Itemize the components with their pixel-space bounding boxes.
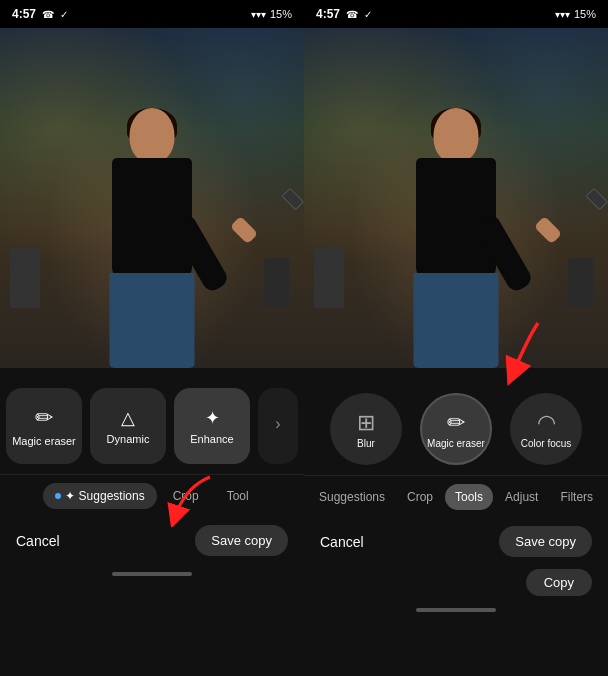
person-head-right xyxy=(434,108,479,163)
left-tab-suggestions[interactable]: ✦ Suggestions xyxy=(43,483,156,509)
enhance-icon-left: ✦ xyxy=(205,407,220,429)
right-home-bar xyxy=(416,608,496,612)
left-tool-magic-eraser[interactable]: ✏ Magic eraser xyxy=(6,388,82,464)
right-save-button[interactable]: Save copy xyxy=(499,526,592,557)
right-tool-blur[interactable]: ⊞ Blur xyxy=(330,393,402,465)
right-tab-suggestions-label: Suggestions xyxy=(319,490,385,504)
right-tab-adjust[interactable]: Adjust xyxy=(495,484,548,510)
left-tab-bar: ✦ Suggestions Crop Tool xyxy=(0,474,304,517)
right-bottom-panel: ⊞ Blur ✏ Magic eraser ◠ Color focus Sugg… xyxy=(304,368,608,676)
left-tools-row: ✏ Magic eraser △ Dynamic ✦ Enhance › xyxy=(0,378,304,474)
left-photo xyxy=(0,28,304,368)
person-head-left xyxy=(130,108,175,163)
left-bottom-actions: Cancel Save copy xyxy=(0,517,304,564)
person-jeans-right xyxy=(414,273,499,368)
left-tool-dynamic[interactable]: △ Dynamic xyxy=(90,388,166,464)
right-tools-container: ⊞ Blur ✏ Magic eraser ◠ Color focus xyxy=(304,378,608,475)
right-tool-color-focus[interactable]: ◠ Color focus xyxy=(510,393,582,465)
dynamic-icon-left: △ xyxy=(121,407,135,429)
left-whatsapp-icon: ☎ xyxy=(42,9,54,20)
left-photo-bg xyxy=(0,28,304,368)
left-status-left: 4:57 ☎ ✓ xyxy=(12,7,68,21)
left-time: 4:57 xyxy=(12,7,36,21)
right-tab-suggestions[interactable]: Suggestions xyxy=(309,484,395,510)
right-tools-row: ⊞ Blur ✏ Magic eraser ◠ Color focus xyxy=(304,378,608,475)
left-wifi-icon: ▾▾▾ xyxy=(251,9,266,20)
right-status-bar: 4:57 ☎ ✓ ▾▾▾ 15% xyxy=(304,0,608,28)
left-tab-suggestions-label: ✦ Suggestions xyxy=(65,489,144,503)
right-time: 4:57 xyxy=(316,7,340,21)
left-tool-enhance[interactable]: ✦ Enhance xyxy=(174,388,250,464)
left-tab-tools-label: Tool xyxy=(227,489,249,503)
left-save-button[interactable]: Save copy xyxy=(195,525,288,556)
right-tab-filters-label: Filters xyxy=(560,490,593,504)
right-tab-tools[interactable]: Tools xyxy=(445,484,493,510)
left-panel: 4:57 ☎ ✓ ▾▾▾ 15% xyxy=(0,0,304,676)
left-tool-dynamic-label: Dynamic xyxy=(107,433,150,445)
right-tab-crop[interactable]: Crop xyxy=(397,484,443,510)
right-cancel-button[interactable]: Cancel xyxy=(320,534,364,550)
color-focus-icon-right: ◠ xyxy=(537,410,556,436)
left-tool-enhance-label: Enhance xyxy=(190,433,233,445)
left-tab-tools[interactable]: Tool xyxy=(215,483,261,509)
right-photo xyxy=(304,28,608,368)
copy-area: Copy xyxy=(304,565,608,600)
right-whatsapp-icon: ☎ xyxy=(346,9,358,20)
suggestions-dot-left xyxy=(55,493,61,499)
blur-icon-right: ⊞ xyxy=(357,410,375,436)
person-torso-left xyxy=(112,158,192,278)
right-bottom-actions: Cancel Save copy xyxy=(304,518,608,565)
right-tab-adjust-label: Adjust xyxy=(505,490,538,504)
right-status-right: ▾▾▾ 15% xyxy=(555,8,596,20)
person-torso-right xyxy=(416,158,496,278)
bg-figure-right-2 xyxy=(568,258,593,308)
right-tab-crop-label: Crop xyxy=(407,490,433,504)
left-tab-crop[interactable]: Crop xyxy=(161,483,211,509)
more-icon-left: › xyxy=(275,415,280,433)
left-alarm-icon: ✓ xyxy=(60,9,68,20)
right-alarm-icon: ✓ xyxy=(364,9,372,20)
left-tool-magic-eraser-label: Magic eraser xyxy=(12,435,76,447)
left-status-bar: 4:57 ☎ ✓ ▾▾▾ 15% xyxy=(0,0,304,28)
right-tab-tools-label: Tools xyxy=(455,490,483,504)
right-panel: 4:57 ☎ ✓ ▾▾▾ 15% xyxy=(304,0,608,676)
right-status-left: 4:57 ☎ ✓ xyxy=(316,7,372,21)
left-tab-container: ✦ Suggestions Crop Tool xyxy=(0,474,304,517)
person-figure-right xyxy=(406,108,506,368)
left-bottom-panel: ✏ Magic eraser △ Dynamic ✦ Enhance › ✦ S… xyxy=(0,368,304,676)
right-wifi-icon: ▾▾▾ xyxy=(555,9,570,20)
magic-eraser-icon-left: ✏ xyxy=(35,405,53,431)
right-tool-color-focus-label: Color focus xyxy=(521,438,572,449)
right-home-indicator xyxy=(304,600,608,620)
left-tab-crop-label: Crop xyxy=(173,489,199,503)
copy-button[interactable]: Copy xyxy=(526,569,592,596)
person-jeans-left xyxy=(110,273,195,368)
right-tool-magic-eraser[interactable]: ✏ Magic eraser xyxy=(420,393,492,465)
left-battery: 15% xyxy=(270,8,292,20)
bg-figure-left-2 xyxy=(264,258,289,308)
left-status-right: ▾▾▾ 15% xyxy=(251,8,292,20)
left-tool-more[interactable]: › xyxy=(258,388,298,464)
left-home-bar xyxy=(112,572,192,576)
person-figure-left xyxy=(102,108,202,368)
left-home-indicator xyxy=(0,564,304,584)
right-battery: 15% xyxy=(574,8,596,20)
right-tool-blur-label: Blur xyxy=(357,438,375,449)
magic-eraser-icon-right: ✏ xyxy=(447,410,465,436)
left-cancel-button[interactable]: Cancel xyxy=(16,533,60,549)
right-tab-bar: Suggestions Crop Tools Adjust Filters xyxy=(304,475,608,518)
right-tool-magic-eraser-label: Magic eraser xyxy=(427,438,485,449)
bg-figure-left-1 xyxy=(10,248,40,308)
right-photo-bg xyxy=(304,28,608,368)
bg-figure-right-1 xyxy=(314,248,344,308)
right-tab-filters[interactable]: Filters xyxy=(550,484,603,510)
